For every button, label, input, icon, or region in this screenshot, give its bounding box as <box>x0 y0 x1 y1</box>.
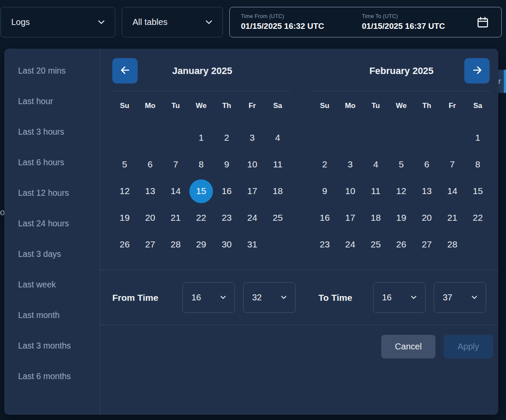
logs-select-value: Logs <box>11 17 30 27</box>
calendar-day[interactable]: 5 <box>389 151 414 178</box>
from-hour-select[interactable]: 16 <box>182 282 235 313</box>
preset-last-20-mins[interactable]: Last 20 mins <box>4 56 100 86</box>
calendar-day[interactable]: 6 <box>137 151 163 178</box>
calendar-day-empty <box>414 124 439 151</box>
from-hour-value: 16 <box>191 293 201 303</box>
preset-last-hour[interactable]: Last hour <box>4 86 100 117</box>
calendar-day-empty <box>137 124 163 151</box>
time-from-group: Time From (UTC) 01/15/2025 16:32 UTC <box>241 7 324 37</box>
calendar-day[interactable]: 13 <box>137 178 163 204</box>
to-hour-select[interactable]: 16 <box>373 282 426 313</box>
preset-last-6-months[interactable]: Last 6 months <box>4 361 100 392</box>
calendar-day[interactable]: 15 <box>465 178 491 204</box>
calendar-day[interactable]: 11 <box>363 178 389 204</box>
to-minute-select[interactable]: 37 <box>434 282 486 313</box>
calendar-day[interactable]: 8 <box>188 151 214 178</box>
calendar-day[interactable]: 16 <box>312 204 337 231</box>
calendar-day[interactable]: 12 <box>389 178 414 204</box>
calendar-day[interactable]: 20 <box>137 204 163 231</box>
calendar-day[interactable]: 13 <box>414 178 439 204</box>
calendar-day[interactable]: 1 <box>465 124 491 151</box>
weekday-header-row-left: SuMoTuWeThFrSa <box>112 96 290 116</box>
calendar-day[interactable]: 20 <box>414 204 439 231</box>
apply-button[interactable]: Apply <box>444 335 493 358</box>
calendar-day[interactable]: 21 <box>163 204 188 231</box>
calendar-day[interactable]: 25 <box>363 231 389 258</box>
weekday-label: We <box>389 96 414 116</box>
calendar-day[interactable]: 3 <box>239 124 265 151</box>
calendar-day[interactable]: 14 <box>163 178 188 204</box>
calendar-day[interactable]: 31 <box>239 231 265 258</box>
preset-last-3-hours[interactable]: Last 3 hours <box>4 117 100 147</box>
calendar-day[interactable]: 21 <box>439 204 465 231</box>
calendar-day-empty <box>337 124 363 151</box>
calendar-day[interactable]: 19 <box>389 204 414 231</box>
from-minute-value: 32 <box>252 293 262 303</box>
calendar-day[interactable]: 18 <box>363 204 389 231</box>
calendar-day[interactable]: 12 <box>112 178 137 204</box>
calendar-day[interactable]: 9 <box>312 178 337 204</box>
calendar-day[interactable]: 4 <box>265 124 290 151</box>
calendar-day[interactable]: 23 <box>214 204 239 231</box>
logs-select[interactable]: Logs <box>0 7 115 37</box>
calendar-day[interactable]: 3 <box>337 151 363 178</box>
calendar-day[interactable]: 11 <box>265 151 290 178</box>
calendar-day-selected[interactable]: 15 <box>189 179 213 203</box>
calendar-day[interactable]: 10 <box>239 151 265 178</box>
calendar-day[interactable]: 22 <box>188 204 214 231</box>
divider <box>112 91 290 91</box>
calendar-day[interactable]: 23 <box>312 231 337 258</box>
from-minute-select[interactable]: 32 <box>243 282 296 313</box>
chevron-down-icon <box>281 296 287 300</box>
calendar-day[interactable]: 26 <box>389 231 414 258</box>
calendar-day[interactable]: 16 <box>214 178 239 204</box>
calendar-day[interactable]: 24 <box>337 231 363 258</box>
calendar-day[interactable]: 26 <box>112 231 137 258</box>
calendar-day[interactable]: 4 <box>363 151 389 178</box>
calendar-day[interactable]: 2 <box>214 124 239 151</box>
calendar-day[interactable]: 17 <box>337 204 363 231</box>
calendar-day[interactable]: 7 <box>163 151 188 178</box>
calendar-day[interactable]: 5 <box>112 151 137 178</box>
preset-last-3-days[interactable]: Last 3 days <box>4 239 100 269</box>
cancel-button[interactable]: Cancel <box>381 335 435 358</box>
weekday-label: Fr <box>239 96 265 116</box>
tables-select[interactable]: All tables <box>122 7 223 37</box>
calendar-day[interactable]: 22 <box>465 204 491 231</box>
weekday-label: Su <box>112 96 137 116</box>
calendar-day[interactable]: 9 <box>214 151 239 178</box>
calendar-day[interactable]: 18 <box>265 178 290 204</box>
calendar-day[interactable]: 24 <box>239 204 265 231</box>
weekday-label: Mo <box>337 96 363 116</box>
weekday-label: Sa <box>265 96 290 116</box>
preset-last-week[interactable]: Last week <box>4 269 100 300</box>
calendar-day[interactable]: 1 <box>188 124 214 151</box>
calendar-icon[interactable] <box>477 17 488 28</box>
calendar-day[interactable]: 8 <box>465 151 491 178</box>
to-hour-value: 16 <box>382 293 392 303</box>
calendar-day[interactable]: 17 <box>239 178 265 204</box>
weekday-header-row-right: SuMoTuWeThFrSa <box>312 96 491 116</box>
calendar-day[interactable]: 7 <box>439 151 465 178</box>
preset-last-6-hours[interactable]: Last 6 hours <box>4 147 100 178</box>
calendar-days-grid-left: 1234567891011121314151617181920212223242… <box>112 124 290 258</box>
calendar-day[interactable]: 28 <box>439 231 465 258</box>
calendar-day[interactable]: 19 <box>112 204 137 231</box>
calendar-day[interactable]: 2 <box>312 151 337 178</box>
calendar-day[interactable]: 25 <box>265 204 290 231</box>
time-range-field[interactable]: Time From (UTC) 01/15/2025 16:32 UTC Tim… <box>229 7 502 37</box>
calendar-day[interactable]: 28 <box>163 231 188 258</box>
calendar-day[interactable]: 10 <box>337 178 363 204</box>
preset-last-12-hours[interactable]: Last 12 hours <box>4 178 100 208</box>
calendar-day[interactable]: 27 <box>137 231 163 258</box>
calendar-day[interactable]: 29 <box>188 231 214 258</box>
preset-last-24-hours[interactable]: Last 24 hours <box>4 208 100 239</box>
weekday-label: We <box>188 96 214 116</box>
preset-last-3-months[interactable]: Last 3 months <box>4 330 100 361</box>
calendar-day[interactable]: 14 <box>439 178 465 204</box>
preset-last-month[interactable]: Last month <box>4 300 100 330</box>
calendar-day[interactable]: 30 <box>214 231 239 258</box>
weekday-label: Th <box>214 96 239 116</box>
calendar-day[interactable]: 6 <box>414 151 439 178</box>
calendar-day[interactable]: 27 <box>414 231 439 258</box>
